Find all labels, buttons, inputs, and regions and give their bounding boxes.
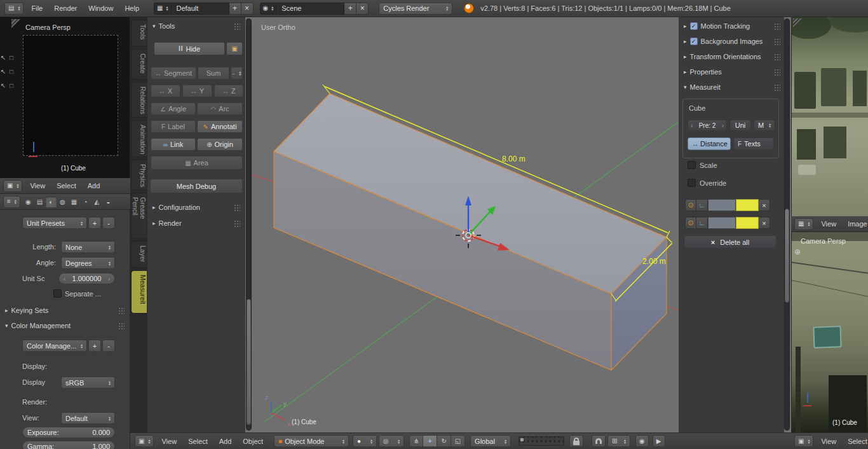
editor-type-button[interactable]: ▦▴ ▾ — [794, 218, 813, 230]
menu-select[interactable]: Select — [842, 438, 868, 445]
color-management-panel-header[interactable]: ▾Color Management — [5, 322, 125, 329]
menu-view[interactable]: View — [156, 438, 182, 445]
cursor-icon[interactable]: ↖ — [1, 82, 6, 89]
exposure-field[interactable]: Exposure:0.000 — [22, 427, 115, 438]
data-tab-icon[interactable]: ◭ — [92, 197, 102, 207]
unit-scale-field[interactable]: ‹1.000000› — [58, 273, 115, 284]
origin-button[interactable]: ⊕Origin — [197, 138, 243, 151]
add-scene-button[interactable]: + — [344, 3, 356, 15]
stepper-left-icon[interactable]: ‹ — [64, 275, 65, 282]
constraints-tab-icon[interactable]: ◔ — [80, 197, 91, 207]
color-swatch[interactable] — [736, 217, 759, 229]
cursor-icon[interactable]: ↖ — [1, 54, 6, 61]
menu-add[interactable]: Add — [214, 438, 238, 445]
stepper-left-icon[interactable]: ‹ — [691, 122, 693, 129]
stepper-right-icon[interactable]: › — [108, 275, 110, 282]
panel-drag-icon[interactable] — [774, 69, 780, 76]
delete-all-button[interactable]: ×Delete all — [684, 235, 776, 249]
menu-window[interactable]: Window — [83, 4, 119, 12]
transform-orientations-panel-header[interactable]: ▸Transform Orientations — [684, 51, 780, 62]
region-corner-icon[interactable] — [11, 19, 20, 28]
camera-3d-view[interactable]: Camera Persp ⊕ (1) Cube — [791, 232, 868, 432]
tab-relations[interactable]: Relations — [131, 82, 147, 118]
editor-type-button[interactable]: ≡▴ ▾ — [3, 196, 20, 208]
link-button[interactable]: ∞Link — [151, 138, 196, 151]
panel-drag-icon[interactable] — [774, 23, 780, 30]
world-tab-icon[interactable]: ◍ — [57, 197, 68, 207]
snap-toggle-button[interactable] — [592, 435, 606, 447]
menu-add[interactable]: Add — [82, 182, 106, 190]
render-engine-dropdown[interactable]: Cycles Render▴ ▾ — [379, 3, 452, 15]
measure-x-button[interactable]: ↔X — [151, 85, 180, 97]
preview-image-button[interactable]: ▣ — [226, 42, 243, 55]
menu-select[interactable]: Select — [182, 438, 214, 445]
color-swatch[interactable] — [736, 199, 759, 211]
measure-y-button[interactable]: ↔Y — [182, 85, 212, 97]
unit-presets-dropdown[interactable]: Unit Presets▴ ▾ — [22, 217, 87, 229]
screen-layout-browse[interactable]: ▦▴ ▾ — [154, 3, 170, 15]
length-dropdown[interactable]: None▴ ▾ — [61, 241, 115, 253]
box-icon[interactable]: □ — [10, 82, 13, 89]
override-checkbox[interactable] — [688, 179, 696, 187]
annotate-button[interactable]: ✎Annotati — [197, 120, 243, 133]
menu-render[interactable]: Render — [48, 4, 83, 12]
stepper-right-icon[interactable]: › — [722, 122, 724, 129]
close-scene-button[interactable]: × — [356, 3, 369, 15]
area-button[interactable]: ▦Area — [151, 156, 243, 170]
editor-type-button[interactable]: ▤▴ ▾ — [4, 3, 24, 15]
add-layout-button[interactable]: + — [229, 3, 241, 15]
panel-drag-icon[interactable] — [118, 307, 125, 314]
menu-object[interactable]: Object — [237, 438, 269, 445]
scene-name[interactable]: Scene — [276, 3, 344, 15]
camera-preview-viewport[interactable]: Camera Persp (1) Cube ↖ □ ↖ □ ↖ □ — [0, 17, 130, 178]
delete-item-button[interactable]: × — [759, 199, 770, 211]
scrollbar-thumb[interactable] — [785, 209, 789, 303]
menu-view[interactable]: View — [24, 182, 51, 190]
panel-drag-icon[interactable] — [234, 220, 240, 227]
scrollbar-thumb[interactable] — [247, 299, 251, 425]
rotate-manipulator-button[interactable]: ↻ — [437, 435, 451, 447]
image-editor[interactable] — [791, 17, 868, 216]
motion-tracking-panel-header[interactable]: ▸✓Motion Tracking — [684, 20, 780, 32]
tab-measureit[interactable]: Measureit — [131, 270, 147, 314]
orientation-dropdown[interactable]: Global▴ ▾ — [470, 435, 511, 447]
measureit-panel-header[interactable]: ▾Measureit — [684, 81, 780, 93]
label-button[interactable]: FLabel — [151, 120, 196, 133]
scene-selector[interactable]: ◉▴ ▾ Scene + × — [260, 3, 369, 15]
tools-panel-header[interactable]: ▾Tools — [153, 22, 240, 30]
distance-button[interactable]: ↔Distance — [688, 137, 731, 150]
opengl-render-button[interactable]: ◉ — [635, 435, 649, 447]
layers-widget[interactable] — [519, 436, 564, 446]
measure-z-button[interactable]: ↔Z — [214, 85, 243, 97]
tab-tools[interactable]: Tools — [131, 20, 147, 46]
tab-grease-pencil[interactable]: Grease Pencil — [131, 193, 147, 238]
active-layer-dot[interactable] — [520, 438, 524, 441]
background-images-panel-header[interactable]: ▸✓Background Images — [684, 36, 780, 47]
scale-manipulator-button[interactable]: ◱ — [451, 435, 465, 447]
style-button[interactable]: ∟ — [696, 199, 708, 211]
tab-layer[interactable]: Layer — [131, 241, 147, 268]
opengl-render-anim-button[interactable]: ▶ — [653, 435, 665, 447]
uni-toggle[interactable]: Uni — [729, 120, 751, 131]
panel-drag-icon[interactable] — [234, 23, 240, 30]
toolshelf-scrollbar[interactable] — [246, 18, 252, 431]
menu-file[interactable]: File — [25, 4, 48, 12]
add-color-preset-button[interactable]: + — [88, 340, 101, 352]
remove-color-preset-button[interactable]: - — [102, 340, 115, 352]
mesh-debug-button[interactable]: Mesh Debug — [150, 179, 243, 193]
sum-button[interactable]: Sum — [198, 67, 229, 79]
tab-physics[interactable]: Physics — [131, 160, 147, 190]
panel-drag-icon[interactable] — [234, 204, 240, 211]
mode-dropdown[interactable]: ■Object Mode▴ ▾ — [274, 435, 349, 447]
gamma-field[interactable]: Gamma:1.000 — [22, 441, 115, 449]
panel-drag-icon[interactable] — [774, 84, 780, 91]
tab-animation[interactable]: Animation — [131, 120, 147, 157]
box-icon[interactable]: □ — [10, 68, 13, 75]
unit-dropdown[interactable]: M▴ ▾ — [754, 120, 775, 131]
visibility-eye-icon[interactable]: ⊙ — [685, 217, 696, 229]
render-panel-header[interactable]: ▸Render — [153, 219, 240, 227]
separate-checkbox[interactable] — [53, 289, 62, 298]
display-device-dropdown[interactable]: sRGB▴ ▾ — [61, 376, 115, 389]
angle-button[interactable]: ∠Angle — [151, 102, 196, 115]
add-preset-button[interactable]: + — [88, 217, 101, 229]
